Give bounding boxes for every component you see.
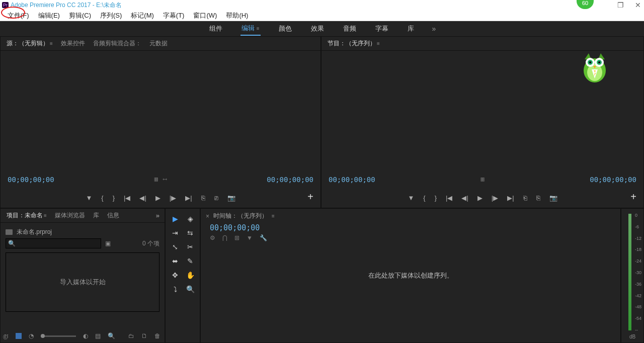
rate-tool-icon[interactable]: ⤡	[170, 242, 180, 252]
icon-view-icon[interactable]	[16, 333, 22, 339]
source-tc-out[interactable]: 00;00;00;00	[267, 176, 313, 184]
hand-tool-icon[interactable]: ✋	[185, 270, 195, 280]
find-icon[interactable]: 🔍	[108, 332, 115, 339]
menu-window[interactable]: 窗口(W)	[189, 10, 221, 21]
overwrite-icon[interactable]: ⎚	[214, 194, 218, 202]
marker-icon[interactable]: ▼	[247, 234, 253, 241]
tab-project[interactable]: 项目：未命名≡	[6, 209, 48, 222]
extract-icon[interactable]: ⎘	[536, 194, 540, 202]
search-bin-icon[interactable]: ▣	[105, 240, 111, 247]
step-back-icon[interactable]: ◀|	[461, 194, 468, 202]
selection-tool-icon[interactable]: ▶	[170, 214, 180, 224]
ws-effects[interactable]: 效果	[310, 22, 325, 35]
menu-help[interactable]: 帮助(H)	[221, 10, 253, 21]
project-dropzone[interactable]: 导入媒体以开始	[6, 252, 159, 312]
menu-title[interactable]: 字幕(T)	[158, 10, 189, 21]
button-editor-icon[interactable]: +	[307, 191, 313, 203]
sort-icon[interactable]: ◐	[83, 332, 88, 339]
new-item-icon[interactable]: 🗋	[141, 332, 147, 339]
marker-icon[interactable]: ▼	[86, 194, 92, 202]
menu-clip[interactable]: 剪辑(C)	[64, 10, 96, 21]
zoom-tool-icon[interactable]: 🔍	[185, 284, 195, 294]
freeform-view-icon[interactable]: ◔	[29, 332, 34, 339]
fit-icon[interactable]: ▦	[154, 176, 158, 184]
tab-effect-controls[interactable]: 效果控件	[60, 37, 86, 50]
tab-audio-mixer[interactable]: 音频剪辑混合器：	[92, 37, 142, 50]
step-back-icon[interactable]: ◀|	[139, 194, 146, 202]
source-tc-in[interactable]: 00;00;00;00	[8, 176, 54, 184]
ws-menu-icon[interactable]: ≡	[257, 26, 260, 31]
tab-source[interactable]: 源：（无剪辑）≡	[6, 37, 54, 50]
menu-edit[interactable]: 编辑(E)	[34, 10, 64, 21]
program-tc-in[interactable]: 00;00;00;00	[329, 176, 375, 184]
menu-marker[interactable]: 标记(M)	[126, 10, 158, 21]
ws-color[interactable]: 颜色	[278, 22, 293, 35]
menu-sequence[interactable]: 序列(S)	[96, 10, 126, 21]
menu-file[interactable]: 文件(F)	[3, 10, 34, 21]
tab-media-browser[interactable]: 媒体浏览器	[54, 209, 86, 222]
pen-tool-icon[interactable]: ✎	[185, 256, 195, 266]
close-icon[interactable]: ✕	[635, 1, 641, 9]
lift-icon[interactable]: ⎗	[523, 194, 527, 202]
fit-icon[interactable]: ▦	[480, 176, 484, 184]
ripple-tool-icon[interactable]: ⇥	[170, 228, 180, 238]
settings-icon[interactable]: ⟷	[163, 176, 167, 184]
tab-program[interactable]: 节目：（无序列）≡	[327, 37, 381, 50]
panel-menu-icon[interactable]: ≡	[44, 213, 47, 218]
panel-menu-icon[interactable]: ≡	[272, 213, 275, 219]
ws-overflow-icon[interactable]: »	[432, 25, 436, 33]
ws-assembly[interactable]: 组件	[208, 22, 223, 35]
new-bin-icon[interactable]: 🗀	[128, 332, 134, 339]
audio-meter[interactable]: 0 -6 -12 -18 -24 -30 -36 -42 -48 -54 -- …	[621, 208, 644, 343]
mark-in-icon[interactable]: {	[423, 194, 425, 202]
nest-icon[interactable]: ⚙	[210, 234, 215, 241]
delete-icon[interactable]: 🗑	[154, 332, 160, 339]
timeline-title[interactable]: 时间轴：（无序列）	[213, 212, 268, 220]
ws-captions[interactable]: 字幕	[374, 22, 389, 35]
export-frame-icon[interactable]: 📷	[549, 194, 557, 202]
ws-libraries[interactable]: 库	[407, 22, 415, 35]
restore-icon[interactable]: ❐	[617, 1, 624, 9]
mark-in-icon[interactable]: {	[101, 194, 103, 202]
tab-info[interactable]: 信息	[106, 209, 120, 222]
step-fwd-icon[interactable]: |▶	[492, 194, 498, 202]
search-input[interactable]: 🔍	[6, 238, 101, 248]
close-tab-icon[interactable]: ×	[206, 213, 209, 220]
step-fwd-icon[interactable]: |▶	[170, 194, 176, 202]
mark-out-icon[interactable]: }	[113, 194, 115, 202]
snap-icon[interactable]: ⋂	[222, 234, 227, 241]
button-editor-icon[interactable]: +	[630, 191, 636, 203]
tab-metadata[interactable]: 元数据	[148, 37, 169, 50]
rolling-tool-icon[interactable]: ⇆	[185, 228, 195, 238]
razor-tool-icon[interactable]: ✂	[185, 242, 195, 252]
overflow-icon[interactable]: »	[156, 212, 159, 219]
source-monitor[interactable]	[1, 51, 320, 176]
type-tool-icon[interactable]: ⤵	[170, 284, 180, 294]
go-in-icon[interactable]: |◀	[124, 194, 130, 202]
panel-menu-icon[interactable]: ≡	[50, 41, 53, 46]
go-in-icon[interactable]: |◀	[446, 194, 452, 202]
program-tc-out[interactable]: 00;00;00;00	[590, 176, 636, 184]
go-out-icon[interactable]: ▶|	[185, 194, 192, 202]
export-frame-icon[interactable]: 📷	[227, 194, 235, 202]
auto-sequence-icon[interactable]: ▤	[95, 332, 101, 339]
insert-icon[interactable]: ⎘	[201, 194, 205, 202]
timeline-timecode[interactable]: 00;00;00;00	[201, 223, 620, 232]
timeline-dropzone[interactable]: 在此处放下媒体以创建序列。	[368, 271, 453, 280]
tab-libraries[interactable]: 库	[92, 209, 100, 222]
panel-menu-icon[interactable]: ≡	[377, 41, 380, 46]
linked-selection-icon[interactable]: ⊞	[234, 234, 239, 241]
rect-tool-icon[interactable]: ✥	[170, 270, 180, 280]
play-icon[interactable]: ▶	[477, 194, 482, 202]
track-select-tool-icon[interactable]: ◈	[185, 214, 195, 224]
mark-out-icon[interactable]: }	[435, 194, 437, 202]
ws-editing[interactable]: 编辑≡	[240, 22, 261, 36]
settings-icon[interactable]: 🔧	[260, 234, 267, 241]
marker-icon[interactable]: ▼	[408, 194, 414, 202]
slip-tool-icon[interactable]: ⬌	[170, 256, 180, 266]
zoom-slider[interactable]	[41, 335, 76, 337]
ws-audio[interactable]: 音频	[342, 22, 357, 35]
play-icon[interactable]: ▶	[155, 194, 160, 202]
go-out-icon[interactable]: ▶|	[507, 194, 514, 202]
copyright-icon: ©	[3, 333, 8, 341]
